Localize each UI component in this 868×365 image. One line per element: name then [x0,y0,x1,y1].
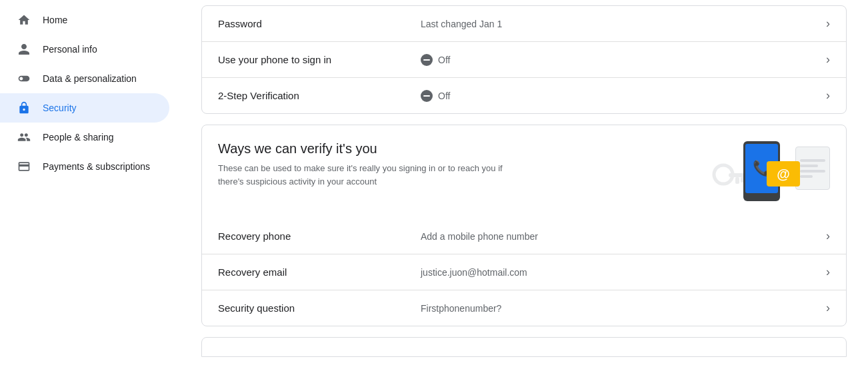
sidebar-item-home[interactable]: Home [0,5,169,35]
phone-signin-label: Use your phone to sign in [218,54,421,65]
phone-signin-chevron: › [826,53,830,67]
recovery-email-chevron: › [826,265,830,279]
doc-line-4 [800,175,813,178]
card-icon [16,159,32,175]
off-text: Off [438,55,450,65]
recovery-phone-chevron: › [826,229,830,243]
sidebar-item-people-sharing[interactable]: People & sharing [0,123,169,152]
sidebar: Home Personal info Data & personalizatio… [0,0,180,365]
2step-chevron: › [826,89,830,103]
people-icon [16,129,32,145]
at-symbol: @ [777,167,790,182]
home-icon [16,12,32,28]
verify-header: Ways we can verify it's you These can be… [202,125,846,218]
verify-text: Ways we can verify it's you These can be… [218,141,699,188]
sidebar-item-label: Payments & subscriptions [43,161,150,172]
person-icon [16,41,32,57]
doc-illustration [795,147,830,190]
sidebar-item-personal-info[interactable]: Personal info [0,35,169,64]
security-question-chevron: › [826,301,830,315]
recovery-phone-label: Recovery phone [218,230,421,242]
off-minus-icon [421,54,433,66]
verify-illustration: 📞 @ [710,141,830,208]
sidebar-item-label: People & sharing [43,132,114,143]
doc-line-2 [800,165,818,167]
recovery-email-row[interactable]: Recovery email justice.juon@hotmail.com … [202,254,846,290]
password-chevron: › [826,17,830,31]
main-content: Password Last changed Jan 1 › Use your p… [180,0,868,365]
2step-value: Off [421,90,826,102]
2step-row[interactable]: 2-Step Verification Off › [202,78,846,113]
password-value: Last changed Jan 1 [421,19,826,29]
sidebar-item-security[interactable]: Security [0,93,169,123]
security-question-value: Firstphonenumber? [421,303,826,314]
2step-label: 2-Step Verification [218,90,421,101]
phone-signin-row[interactable]: Use your phone to sign in Off › [202,42,846,78]
password-label: Password [218,18,421,29]
sidebar-item-data-personalization[interactable]: Data & personalization [0,64,169,93]
verify-title: Ways we can verify it's you [218,141,699,157]
doc-line-1 [800,159,825,162]
recovery-phone-value: Add a mobile phone number [421,231,826,242]
recovery-email-label: Recovery email [218,266,421,278]
verify-desc: These can be used to make sure it's real… [218,162,518,188]
partial-card [201,337,847,357]
security-question-row[interactable]: Security question Firstphonenumber? › [202,290,846,326]
sidebar-item-label: Security [43,103,77,113]
verify-card: Ways we can verify it's you These can be… [201,125,847,326]
2step-off-text: Off [438,91,450,101]
envelope-illustration: @ [767,161,800,186]
sign-in-card: Password Last changed Jan 1 › Use your p… [201,5,847,114]
2step-off-minus-icon [421,90,433,102]
toggle-icon [16,71,32,87]
password-row[interactable]: Password Last changed Jan 1 › [202,6,846,42]
phone-signin-value: Off [421,54,826,66]
sidebar-item-label: Personal info [43,44,97,55]
doc-line-3 [800,170,825,173]
lock-icon [16,100,32,116]
sidebar-item-payments[interactable]: Payments & subscriptions [0,152,169,181]
sidebar-item-label: Home [43,15,67,25]
security-question-label: Security question [218,302,421,314]
recovery-phone-row[interactable]: Recovery phone Add a mobile phone number… [202,218,846,254]
sidebar-item-label: Data & personalization [43,73,137,84]
svg-rect-3 [735,177,739,184]
recovery-email-value: justice.juon@hotmail.com [421,267,826,278]
